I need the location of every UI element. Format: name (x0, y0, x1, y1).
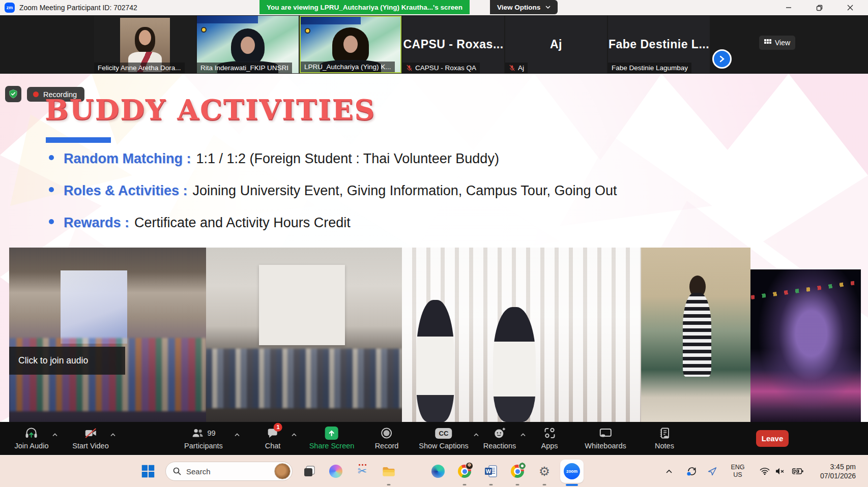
running-indicator (489, 484, 493, 485)
chevron-right-icon (718, 55, 726, 63)
tray-location-indicator[interactable] (708, 467, 717, 476)
video-options-chevron[interactable] (110, 430, 116, 439)
copilot-button[interactable] (329, 465, 342, 478)
viewing-screen-banner: You are viewing LPRU_Autchariya (Ying) K… (259, 0, 470, 14)
meeting-security-shield[interactable] (5, 86, 21, 102)
share-screen-button[interactable]: Share Screen (309, 422, 355, 455)
reactions-button[interactable]: Reactions (483, 422, 516, 455)
task-view-icon (303, 465, 315, 477)
participant-tile-felicity[interactable]: Felicity Anne Aretha Dora... (94, 16, 196, 73)
apps-label: Apps (541, 442, 558, 450)
participants-label: Participants (184, 442, 223, 450)
language-code: ENG (731, 464, 744, 471)
running-indicator (387, 484, 391, 485)
search-daily-image[interactable] (274, 463, 291, 479)
edge-icon (431, 465, 445, 478)
slide-photo-qna-session (641, 248, 750, 422)
participant-tile-aj[interactable]: Aj Aj (505, 16, 607, 73)
taskbar-search-box[interactable]: Search (165, 462, 293, 481)
restore-button[interactable] (807, 0, 831, 15)
apps-button[interactable]: Apps (541, 422, 558, 455)
leave-meeting-button[interactable]: Leave (756, 430, 789, 447)
tray-volume-muted[interactable] (775, 468, 785, 475)
video-off-icon (84, 427, 97, 439)
task-view-button[interactable] (303, 465, 315, 477)
headset-icon (25, 427, 38, 439)
tray-language-switcher[interactable]: ENGUS (731, 464, 744, 479)
chrome-icon (458, 465, 471, 478)
window-title: Zoom Meeting Participant ID: 702742 (19, 0, 137, 15)
participant-tile-lpru-active-speaker[interactable]: LPRU_Autchariya (Ying) K... (300, 16, 401, 73)
chat-options-chevron[interactable] (292, 430, 297, 439)
slide-title: BUDDY ACTIVITIES (45, 93, 375, 126)
edge-button[interactable] (431, 465, 445, 478)
reactions-options-chevron[interactable] (520, 430, 526, 439)
join-audio-button[interactable]: Join Audio (15, 422, 49, 455)
join-audio-tooltip[interactable]: Click to join audio (9, 347, 125, 375)
participant-filmstrip: Felicity Anne Aretha Dora... Rita Indera… (0, 15, 868, 74)
captions-options-chevron[interactable] (474, 430, 479, 439)
chrome-profile1-button[interactable] (458, 465, 471, 478)
show-captions-button[interactable]: CC Show Captions (419, 422, 469, 455)
running-indicator (516, 484, 519, 485)
participant-tile-fabe[interactable]: Fabe Destinie L... Fabe Destinie Lagumba… (608, 16, 710, 73)
search-icon (173, 467, 181, 475)
slide-bullet: Rewards : Certificate and Activity Hours… (49, 215, 617, 239)
webinar-banner-graphic (197, 16, 258, 23)
zoom-app-icon: zm (5, 3, 15, 13)
zoom-app-taskbar-button[interactable]: zoom (560, 460, 584, 483)
smiley-plus-icon (493, 427, 506, 439)
settings-gear-icon: ⚙ (539, 465, 550, 478)
active-app-indicator (566, 484, 578, 486)
language-region: US (731, 471, 744, 479)
view-options-button[interactable]: View Options (490, 0, 558, 14)
whiteboard-icon (599, 427, 612, 439)
slide-photo-meeting-room (9, 248, 206, 422)
word-button[interactable]: W (485, 465, 497, 478)
bullet-heading: Roles & Activities : (64, 183, 188, 199)
audio-options-chevron[interactable] (52, 430, 58, 439)
record-button[interactable]: Record (375, 422, 399, 455)
notes-button[interactable]: Notes (655, 422, 674, 455)
view-layout-button[interactable]: View (759, 36, 795, 50)
tray-time: 3:45 pm (820, 462, 856, 471)
record-label: Record (375, 442, 399, 450)
mic-muted-icon (509, 65, 515, 71)
participant-tile-rita[interactable]: Rita Inderawati_FKIP UNSRI (197, 16, 299, 73)
chat-button[interactable]: 1 Chat (265, 422, 281, 455)
minimize-button[interactable] (777, 0, 800, 15)
whiteboards-button[interactable]: Whiteboards (585, 422, 626, 455)
tray-wifi[interactable] (760, 468, 770, 475)
tray-clock[interactable]: 3:45 pm07/01/2026 (820, 462, 856, 480)
zoom-toolbar: Join Audio Start Video 99 Participants 1… (0, 422, 868, 455)
participants-icon (191, 428, 204, 439)
start-button[interactable] (142, 465, 155, 478)
settings-button[interactable]: ⚙ (539, 465, 550, 478)
view-layout-label: View (775, 39, 790, 47)
shared-screen-content: Recording BUDDY ACTIVITIES Random Matchi… (0, 74, 868, 422)
webinar-banner-graphic (301, 17, 361, 24)
slide-photo-night-event (750, 269, 861, 422)
folder-icon (382, 466, 395, 477)
file-explorer-button[interactable] (382, 466, 395, 477)
close-button[interactable] (838, 0, 862, 15)
notes-icon (659, 427, 670, 439)
tray-show-hidden-icons[interactable] (666, 469, 673, 474)
tray-sync-status[interactable] (686, 466, 698, 476)
bullet-body: Certificate and Activity Hours Credit (134, 215, 351, 231)
snipping-tool-icon: ✂ (358, 466, 367, 477)
profile-avatar (518, 462, 526, 470)
snipping-tool-button[interactable]: ✂ (358, 466, 367, 477)
participants-button[interactable]: 99 Participants (184, 422, 223, 455)
copilot-icon (329, 465, 342, 478)
window-titlebar: zm Zoom Meeting Participant ID: 702742 Y… (0, 0, 868, 15)
participants-options-chevron[interactable] (235, 430, 240, 439)
start-video-button[interactable]: Start Video (72, 422, 108, 455)
chrome-profile2-button[interactable] (511, 465, 524, 478)
participant-tile-capsu[interactable]: CAPSU - Roxas... CAPSU - Roxas QA (402, 16, 504, 73)
next-participants-button[interactable] (712, 49, 732, 69)
svg-text:W: W (486, 468, 491, 474)
word-icon: W (485, 465, 497, 478)
tray-battery[interactable] (792, 468, 804, 475)
speaker-muted-icon (775, 468, 785, 475)
